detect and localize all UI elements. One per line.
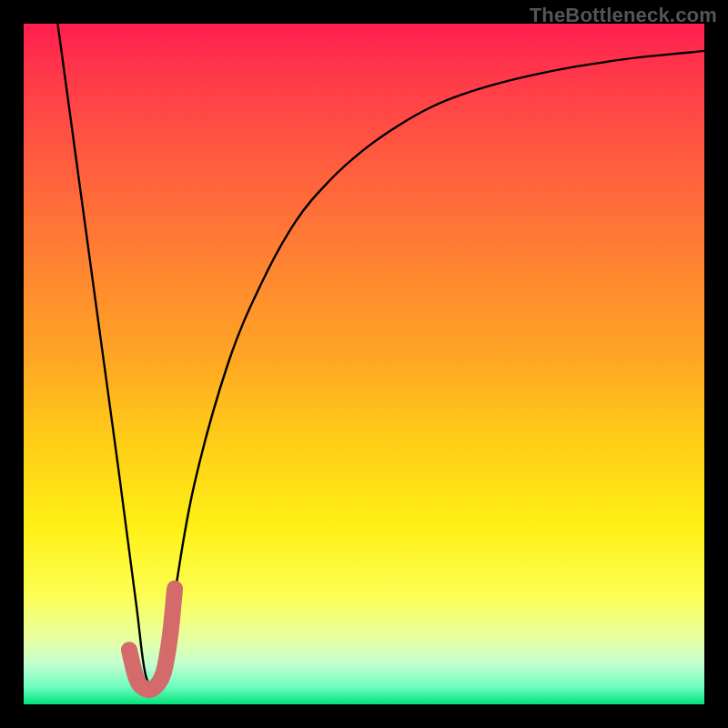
plot-area [24, 24, 704, 704]
curves-svg [24, 24, 704, 704]
watermark-text: TheBottleneck.com [530, 4, 717, 27]
chart-frame: TheBottleneck.com [0, 0, 728, 728]
bottleneck-curve [57, 24, 704, 692]
